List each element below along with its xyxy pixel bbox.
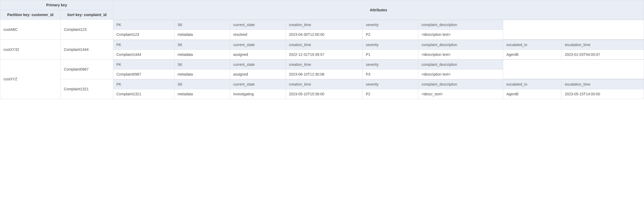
attr-value-current_state: assigned (230, 69, 286, 79)
attr-value-sk: metadata (174, 69, 230, 79)
attr-value-escalated_to: AgentB (503, 89, 561, 99)
attr-header-pk: PK (113, 20, 174, 30)
attr-header-sk: SK (174, 60, 230, 69)
partition-key-value: custABC (0, 20, 61, 40)
attributes-cell: PKSKcurrent_statecreation_timeseverityco… (113, 20, 644, 40)
sort-key-header: Sort key: complaint_id (61, 10, 113, 20)
attr-value-sk: metadata (174, 89, 230, 99)
attr-header-severity: severity (363, 40, 418, 50)
attributes-cell: PKSKcurrent_statecreation_timeseverityco… (113, 79, 644, 99)
attr-value-severity: P2 (363, 89, 418, 99)
attr-value-pk: Complaint1321 (113, 89, 174, 99)
attr-value-current_state: assigned (230, 50, 286, 59)
attr-value-complaint_description: <descr_text> (418, 89, 503, 99)
attr-header-severity: severity (363, 60, 418, 69)
attr-value-severity: P2 (363, 30, 418, 40)
partition-key-value: custXY32 (0, 40, 61, 59)
attr-header-complaint_description: complaint_description (418, 60, 503, 69)
attr-value-complaint_description: <description text> (418, 30, 503, 40)
attr-header-creation_time: creation_time (286, 60, 363, 69)
attr-header-escalation_time: escalation_time (561, 80, 644, 89)
attr-value-sk: metadata (174, 30, 230, 40)
attr-value-escalated_to: AgentB (503, 50, 561, 59)
attr-value-pk: Complaint1444 (113, 50, 174, 59)
partition-key-header: Partition key: customer_id (0, 10, 61, 20)
sort-key-value: Complaint123 (61, 20, 113, 40)
attr-filler (503, 20, 644, 40)
attr-value-complaint_description: <description text> (418, 50, 503, 59)
attr-value-creation_time: 2023-06-10T12:30:08 (286, 69, 363, 79)
attr-value-complaint_description: <description text> (418, 69, 503, 79)
attr-header-sk: SK (174, 80, 230, 89)
attr-value-escalation_time: 2023-05-15T14:00:00 (561, 89, 644, 99)
dynamodb-table: Primary key Attributes Partition key: cu… (0, 0, 644, 99)
attr-header-creation_time: creation_time (286, 40, 363, 50)
attr-header-severity: severity (363, 20, 418, 30)
attr-header-pk: PK (113, 40, 174, 50)
attributes-inner-table: PKSKcurrent_statecreation_timeseverityco… (113, 20, 644, 40)
attributes-cell: PKSKcurrent_statecreation_timeseverityco… (113, 40, 644, 59)
attr-header-sk: SK (174, 20, 230, 30)
attributes-header: Attributes (113, 0, 644, 20)
attr-value-current_state: resolved (230, 30, 286, 40)
partition-key-value: custXYZ (0, 59, 61, 99)
attr-header-current_state: current_state (230, 80, 286, 89)
attr-header-complaint_description: complaint_description (418, 20, 503, 30)
attr-value-pk: Complaint0987 (113, 69, 174, 79)
attr-header-severity: severity (363, 80, 418, 89)
attributes-inner-table: PKSKcurrent_statecreation_timeseverityco… (113, 79, 644, 99)
attr-value-creation_time: 2023-04-30T12:00:00 (286, 30, 363, 40)
attr-filler (503, 60, 644, 79)
attributes-cell: PKSKcurrent_statecreation_timeseverityco… (113, 59, 644, 79)
attr-header-sk: SK (174, 40, 230, 50)
attr-value-sk: metadata (174, 50, 230, 59)
sort-key-value: Complaint1444 (61, 40, 113, 59)
attr-header-creation_time: creation_time (286, 20, 363, 30)
table-row: custABCComplaint123PKSKcurrent_statecrea… (0, 20, 644, 40)
attr-header-current_state: current_state (230, 60, 286, 69)
attr-header-escalation_time: escalation_time (561, 40, 644, 50)
attr-header-complaint_description: complaint_description (418, 40, 503, 50)
attr-header-escalated_to: escalated_to (503, 40, 561, 50)
attr-value-creation_time: 2022-12-31T19:39:57 (286, 50, 363, 59)
sort-key-value: Complaint1321 (61, 79, 113, 99)
attr-value-severity: P3 (363, 69, 418, 79)
attr-header-escalated_to: escalated_to (503, 80, 561, 89)
attr-value-current_state: investigating (230, 89, 286, 99)
attr-value-severity: P1 (363, 50, 418, 59)
attr-value-pk: Complaint123 (113, 30, 174, 40)
attr-value-escalation_time: 2023-01-03T04:00:07 (561, 50, 644, 59)
attributes-inner-table: PKSKcurrent_statecreation_timeseverityco… (113, 60, 644, 79)
attr-header-creation_time: creation_time (286, 80, 363, 89)
sort-key-value: Complaint0987 (61, 59, 113, 79)
attr-header-current_state: current_state (230, 20, 286, 30)
table-row: custXY32Complaint1444PKSKcurrent_statecr… (0, 40, 644, 59)
primary-key-header: Primary key (0, 0, 113, 10)
table-row: custXYZComplaint0987PKSKcurrent_statecre… (0, 59, 644, 79)
table-row: Complaint1321PKSKcurrent_statecreation_t… (0, 79, 644, 99)
attr-header-complaint_description: complaint_description (418, 80, 503, 89)
attr-header-pk: PK (113, 60, 174, 69)
attr-value-creation_time: 2023-05-10T15:58:00 (286, 89, 363, 99)
attr-header-pk: PK (113, 80, 174, 89)
attributes-inner-table: PKSKcurrent_statecreation_timeseverityco… (113, 40, 644, 59)
attr-header-current_state: current_state (230, 40, 286, 50)
